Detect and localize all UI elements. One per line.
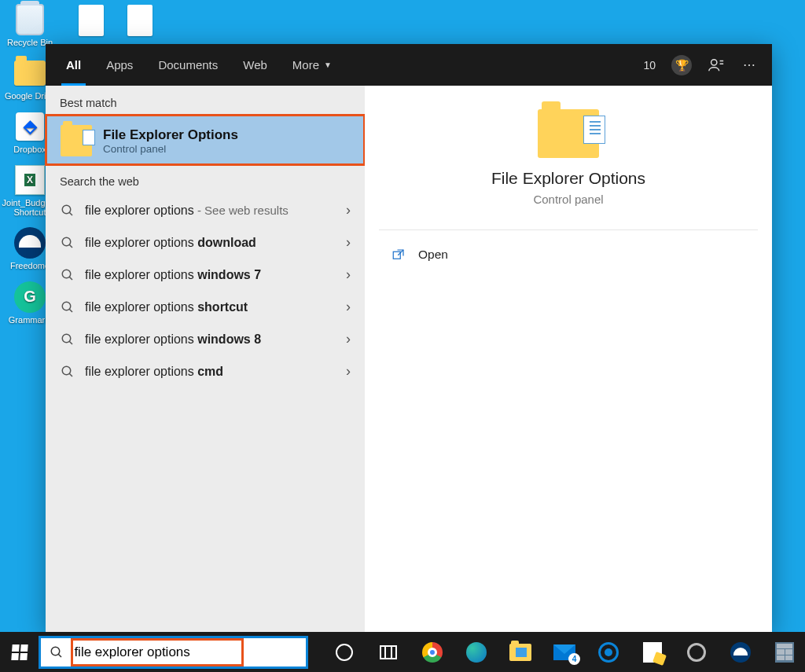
search-preview-pane: File Explorer Options Control panel Open bbox=[365, 86, 772, 632]
taskbar-mail[interactable]: 4 bbox=[544, 632, 585, 672]
tab-documents[interactable]: Documents bbox=[145, 44, 230, 86]
notepad-icon bbox=[643, 642, 662, 663]
cortana-button[interactable] bbox=[324, 632, 365, 672]
preview-subtitle: Control panel bbox=[533, 193, 603, 206]
start-search-panel: All Apps Documents Web More▼ 10 🏆 ⋯ Best… bbox=[46, 44, 772, 632]
svg-point-9 bbox=[62, 334, 71, 343]
chevron-right-icon[interactable]: › bbox=[343, 202, 354, 218]
action-open[interactable]: Open bbox=[373, 241, 764, 268]
web-results: file explorer options - See web results … bbox=[46, 194, 365, 387]
blue-circle-icon bbox=[598, 642, 619, 663]
svg-line-12 bbox=[69, 373, 72, 376]
chevron-down-icon: ▼ bbox=[324, 61, 332, 69]
svg-line-8 bbox=[69, 309, 72, 312]
web-result-text: file explorer options - See web results bbox=[85, 204, 333, 218]
taskbar-freedome[interactable] bbox=[720, 632, 761, 672]
tab-web[interactable]: Web bbox=[230, 44, 280, 86]
taskbar-chrome[interactable] bbox=[412, 632, 453, 672]
document-icon[interactable] bbox=[79, 5, 104, 36]
web-result-text: file explorer options download bbox=[85, 236, 333, 250]
web-result-text: file explorer options cmd bbox=[85, 365, 333, 379]
best-match-item[interactable]: File Explorer Options Control panel bbox=[46, 116, 364, 164]
taskbar-search-box[interactable] bbox=[39, 636, 308, 669]
taskbar-edge[interactable] bbox=[456, 632, 497, 672]
document-icon[interactable] bbox=[127, 5, 153, 36]
svg-line-15 bbox=[59, 654, 62, 657]
circle-icon bbox=[336, 644, 353, 661]
start-button[interactable] bbox=[0, 632, 39, 672]
section-search-web: Search the web bbox=[46, 164, 365, 194]
search-body: Best match File Explorer Options Control… bbox=[46, 86, 772, 632]
freedome-icon bbox=[13, 226, 46, 259]
web-result-item[interactable]: file explorer options cmd › bbox=[46, 355, 365, 387]
windows-logo-icon bbox=[11, 644, 28, 660]
folder-options-icon bbox=[61, 125, 92, 156]
svg-point-5 bbox=[62, 270, 71, 278]
web-result-item[interactable]: file explorer options windows 7 › bbox=[46, 259, 365, 291]
svg-point-0 bbox=[711, 59, 717, 64]
svg-line-4 bbox=[69, 244, 72, 248]
taskbar-settings[interactable] bbox=[676, 632, 717, 672]
rewards-points[interactable]: 10 bbox=[643, 59, 656, 72]
calculator-icon bbox=[775, 642, 794, 663]
separator bbox=[379, 230, 758, 230]
chevron-right-icon[interactable]: › bbox=[343, 363, 354, 380]
search-icon bbox=[60, 203, 75, 218]
svg-rect-13 bbox=[393, 252, 400, 259]
taskbar-apps: 4 bbox=[324, 632, 805, 672]
web-result-item[interactable]: file explorer options windows 8 › bbox=[46, 323, 365, 355]
desktop-icon-label: Dropbox bbox=[13, 145, 46, 154]
feedback-icon[interactable] bbox=[708, 57, 725, 74]
web-result-item[interactable]: file explorer options - See web results … bbox=[46, 194, 365, 226]
chevron-right-icon[interactable]: › bbox=[343, 331, 354, 347]
best-match-text: File Explorer Options Control panel bbox=[103, 127, 238, 155]
best-match-subtitle: Control panel bbox=[103, 143, 238, 155]
taskbar-cortana-app[interactable] bbox=[588, 632, 629, 672]
chevron-right-icon[interactable]: › bbox=[343, 234, 354, 251]
preview-header: File Explorer Options Control panel bbox=[373, 109, 764, 230]
web-result-text: file explorer options windows 8 bbox=[85, 332, 333, 347]
best-match-title: File Explorer Options bbox=[103, 127, 238, 143]
taskbar-sticky-notes[interactable] bbox=[632, 632, 673, 672]
edge-icon bbox=[466, 642, 487, 663]
search-header-right: 10 🏆 ⋯ bbox=[643, 44, 772, 86]
task-view-button[interactable] bbox=[368, 632, 409, 672]
tab-all[interactable]: All bbox=[53, 44, 94, 86]
tab-apps[interactable]: Apps bbox=[94, 44, 145, 86]
svg-line-6 bbox=[69, 277, 72, 280]
web-result-item[interactable]: file explorer options shortcut › bbox=[46, 291, 365, 323]
taskbar-file-explorer[interactable] bbox=[500, 632, 541, 672]
grammarly-icon: G bbox=[13, 281, 46, 314]
svg-point-3 bbox=[62, 237, 71, 246]
mail-icon: 4 bbox=[553, 644, 575, 660]
search-icon bbox=[60, 364, 75, 380]
svg-point-14 bbox=[52, 647, 61, 655]
svg-point-1 bbox=[62, 205, 71, 214]
tab-more[interactable]: More▼ bbox=[280, 44, 344, 86]
svg-point-7 bbox=[62, 302, 71, 310]
web-result-text: file explorer options windows 7 bbox=[85, 268, 333, 282]
search-icon bbox=[60, 267, 75, 283]
search-tabs: All Apps Documents Web More▼ bbox=[46, 44, 344, 86]
svg-line-2 bbox=[69, 212, 72, 215]
search-results-list: Best match File Explorer Options Control… bbox=[46, 86, 365, 632]
preview-title: File Explorer Options bbox=[491, 169, 645, 188]
trophy-icon[interactable]: 🏆 bbox=[671, 55, 692, 75]
mail-badge: 4 bbox=[568, 653, 580, 665]
chevron-right-icon[interactable]: › bbox=[343, 299, 354, 315]
more-options-icon[interactable]: ⋯ bbox=[741, 57, 758, 74]
freedome-icon bbox=[730, 642, 751, 663]
taskbar: 4 bbox=[0, 632, 805, 672]
desktop-icon-recycle-bin[interactable]: Recycle Bin bbox=[2, 3, 58, 47]
file-explorer-icon bbox=[509, 644, 531, 661]
search-input[interactable] bbox=[74, 644, 241, 660]
svg-point-11 bbox=[62, 366, 71, 375]
search-icon bbox=[60, 235, 75, 251]
taskbar-calculator[interactable] bbox=[764, 632, 805, 672]
web-result-item[interactable]: file explorer options download › bbox=[46, 226, 365, 259]
search-icon bbox=[60, 299, 75, 315]
chevron-right-icon[interactable]: › bbox=[343, 266, 354, 283]
search-highlight bbox=[71, 638, 244, 666]
trash-icon bbox=[13, 3, 46, 36]
search-icon bbox=[49, 645, 64, 659]
